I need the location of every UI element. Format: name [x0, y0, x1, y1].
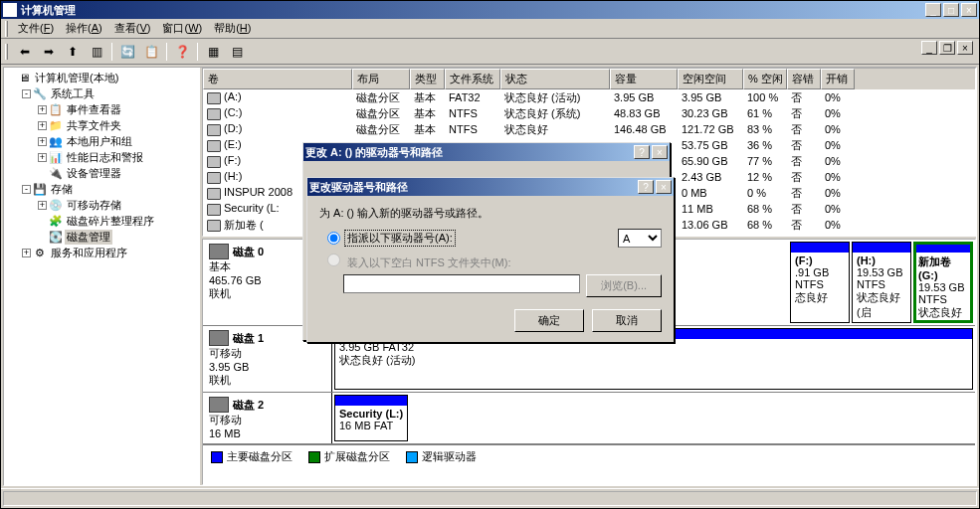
- cell: 0%: [821, 155, 855, 167]
- tree-item-icon: 🖥: [17, 71, 31, 85]
- child-close-button[interactable]: ×: [957, 41, 973, 55]
- assign-letter-radio[interactable]: [327, 232, 340, 245]
- menu-w[interactable]: 窗口(W): [156, 19, 208, 38]
- refresh-button[interactable]: 🔄: [116, 41, 138, 63]
- tree-expander[interactable]: -: [22, 185, 31, 194]
- cell: 146.48 GB: [610, 123, 678, 135]
- partition[interactable]: Security (L:)16 MB FAT: [334, 395, 408, 441]
- tree-node[interactable]: +📋事件查看器: [6, 101, 198, 117]
- tree-item-icon: 💾: [33, 182, 47, 196]
- view2-button[interactable]: ▤: [226, 41, 248, 63]
- cell: (D:): [203, 122, 352, 135]
- column-header[interactable]: 布局: [352, 69, 410, 89]
- legend: 主要磁盘分区扩展磁盘分区逻辑驱动器: [203, 444, 975, 468]
- menu-f[interactable]: 文件(F): [12, 19, 60, 38]
- column-header[interactable]: 开销: [821, 69, 855, 89]
- tree-item-icon: 👥: [49, 134, 63, 148]
- show-hide-button[interactable]: ▥: [86, 41, 107, 63]
- cell: 13.06 GB: [678, 219, 743, 231]
- tree-expander[interactable]: -: [22, 89, 31, 98]
- column-header[interactable]: 状态: [500, 69, 610, 89]
- partition[interactable]: (H:)19.53 GB NTFS状态良好 (启: [852, 242, 911, 323]
- partition[interactable]: 新加卷 (G:)19.53 GB NTFS状态良好: [913, 242, 973, 323]
- menubar-handle[interactable]: [5, 21, 8, 37]
- tree-expander[interactable]: +: [38, 137, 47, 146]
- close-button[interactable]: ×: [961, 3, 977, 17]
- drive-letter-select[interactable]: A: [618, 229, 662, 248]
- properties-button[interactable]: 📋: [140, 41, 162, 63]
- volume-row[interactable]: (D:)磁盘分区基本NTFS状态良好146.48 GB121.72 GB83 %…: [203, 121, 975, 137]
- child-restore-button[interactable]: ❐: [939, 41, 955, 55]
- tree-node[interactable]: -💾存储: [6, 181, 198, 197]
- cell: 0%: [821, 203, 855, 215]
- tree-node[interactable]: +💿可移动存储: [6, 197, 198, 213]
- volume-icon: [207, 204, 221, 216]
- tree-item-label: 存储: [49, 182, 75, 197]
- child-minimize-button[interactable]: _: [921, 41, 937, 55]
- up-button[interactable]: ⬆: [62, 41, 84, 63]
- tree-node[interactable]: +📊性能日志和警报: [6, 149, 198, 165]
- toolbar-handle[interactable]: [5, 44, 8, 60]
- column-header[interactable]: 容量: [610, 69, 678, 89]
- dialog2-cancel-button[interactable]: 取消: [592, 309, 662, 332]
- tree-item-label: 计算机管理(本地): [33, 71, 120, 85]
- dialog2-help-button[interactable]: ?: [638, 180, 654, 194]
- tree-node[interactable]: 🧩磁盘碎片整理程序: [6, 213, 198, 229]
- column-header[interactable]: 卷: [203, 69, 352, 89]
- column-header[interactable]: 类型: [410, 69, 445, 89]
- maximize-button[interactable]: □: [943, 3, 959, 17]
- menu-h[interactable]: 帮助(H): [208, 19, 257, 38]
- cell: 否: [787, 138, 821, 153]
- dialog2-ok-button[interactable]: 确定: [514, 309, 584, 332]
- cell: 121.72 GB: [678, 123, 743, 135]
- mount-path-input: [343, 274, 580, 293]
- tree-node[interactable]: +📁共享文件夹: [6, 117, 198, 133]
- minimize-button[interactable]: _: [925, 3, 941, 17]
- dialog1-help-button[interactable]: ?: [634, 145, 650, 159]
- tree-expander[interactable]: +: [38, 153, 47, 162]
- back-button[interactable]: ⬅: [14, 41, 36, 63]
- tree-expander[interactable]: +: [22, 249, 31, 257]
- tree-expander[interactable]: +: [38, 105, 47, 114]
- tree-node[interactable]: 🖥计算机管理(本地): [6, 70, 198, 85]
- tree-node[interactable]: 🔌设备管理器: [6, 165, 198, 181]
- cell: 否: [787, 202, 821, 217]
- titlebar[interactable]: 🖥 计算机管理 _ □ ×: [1, 1, 979, 19]
- tree-node[interactable]: +⚙服务和应用程序: [6, 245, 198, 260]
- tree-panel[interactable]: 🖥计算机管理(本地)-🔧系统工具+📋事件查看器+📁共享文件夹+👥本地用户和组+📊…: [4, 68, 202, 485]
- view1-button[interactable]: ▦: [202, 41, 224, 63]
- tree-node[interactable]: +👥本地用户和组: [6, 133, 198, 149]
- tree-node[interactable]: 💽磁盘管理: [6, 229, 198, 245]
- column-header[interactable]: % 空闲: [743, 69, 787, 89]
- cell: 68 %: [743, 203, 787, 215]
- column-header[interactable]: 文件系统: [445, 69, 500, 89]
- forward-button[interactable]: ➡: [38, 41, 60, 63]
- tree-item-label: 本地用户和组: [65, 134, 134, 149]
- dialog1-close-button[interactable]: ×: [652, 145, 668, 159]
- tree-item-label: 磁盘碎片整理程序: [65, 214, 156, 229]
- partition[interactable]: (F:).91 GB NTFS态良好: [790, 242, 850, 323]
- cell: 0 MB: [678, 187, 743, 199]
- column-header[interactable]: 空闲空间: [678, 69, 743, 89]
- legend-swatch: [211, 451, 223, 463]
- volume-row[interactable]: (A:)磁盘分区基本FAT32状态良好 (活动)3.95 GB3.95 GB10…: [203, 89, 975, 105]
- tree-node[interactable]: -🔧系统工具: [6, 85, 198, 101]
- cell: 基本: [410, 122, 445, 137]
- tree-item-label: 事件查看器: [65, 102, 123, 117]
- cell: NTFS: [445, 107, 500, 119]
- cell: (C:): [203, 106, 352, 119]
- cell: 0%: [821, 139, 855, 151]
- help-button[interactable]: ❓: [171, 41, 193, 63]
- mount-folder-label: 装入以下空白 NTFS 文件夹中(M):: [347, 256, 510, 268]
- change-drive-dialog-inner[interactable]: 更改驱动器号和路径 ? × 为 A: () 输入新的驱动器号或路径。 指派以下驱…: [306, 177, 675, 343]
- column-header[interactable]: 容错: [787, 69, 821, 89]
- volume-row[interactable]: (C:)磁盘分区基本NTFS状态良好 (系统)48.83 GB30.23 GB6…: [203, 105, 975, 121]
- tree-expander[interactable]: +: [38, 201, 47, 210]
- menu-a[interactable]: 操作(A): [60, 19, 108, 38]
- cell: 53.75 GB: [678, 139, 743, 151]
- menu-v[interactable]: 查看(V): [108, 19, 157, 38]
- cell: 0 %: [743, 187, 787, 199]
- volume-icon: [207, 156, 221, 168]
- tree-expander[interactable]: +: [38, 121, 47, 130]
- dialog2-close-button[interactable]: ×: [656, 180, 672, 194]
